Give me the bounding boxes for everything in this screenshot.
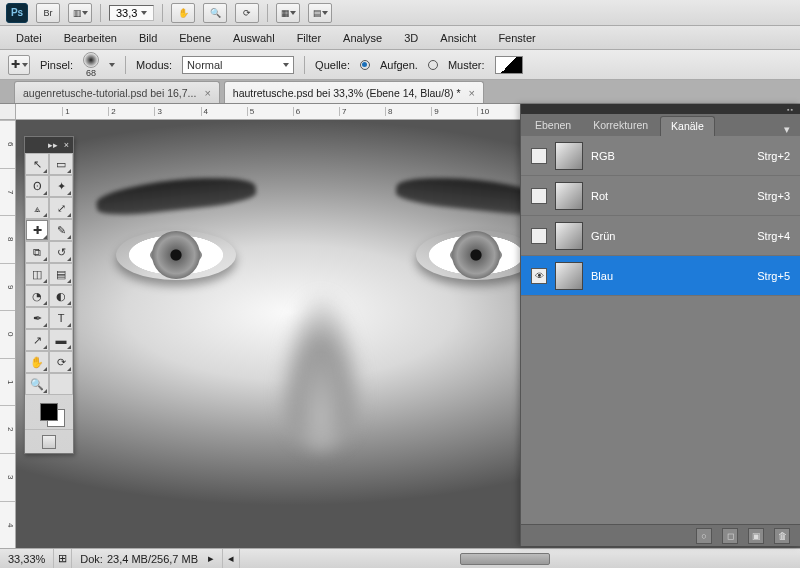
bridge-chip[interactable]: Br: [36, 3, 60, 23]
channel-shortcut: Strg+3: [757, 190, 790, 202]
tool-hand-tool[interactable]: ✋: [25, 351, 49, 373]
photoshop-logo[interactable]: Ps: [6, 3, 28, 23]
source-label: Quelle:: [315, 59, 350, 71]
vertical-ruler[interactable]: 6 7 8 9 0 1 2 3 4: [0, 120, 16, 548]
channels-panel[interactable]: ▪▪ Ebenen Korrekturen Kanäle ▾ RGBStrg+2…: [520, 104, 800, 546]
current-tool-icon[interactable]: ✚: [8, 55, 30, 75]
zoom-tool-shortcut[interactable]: 🔍: [203, 3, 227, 23]
tool-type[interactable]: T: [49, 307, 73, 329]
panel-drag-bar[interactable]: ▪▪: [521, 104, 800, 114]
submenu-indicator-icon: [67, 191, 71, 195]
brush-preview[interactable]: [83, 52, 99, 68]
tool-blur[interactable]: ◔: [25, 285, 49, 307]
save-selection-icon[interactable]: ◻: [722, 528, 738, 544]
status-widget[interactable]: ⊞: [54, 549, 72, 568]
close-icon[interactable]: ×: [468, 87, 474, 99]
channel-row-grün[interactable]: GrünStrg+4: [521, 216, 800, 256]
submenu-indicator-icon: [43, 323, 47, 327]
channel-row-rgb[interactable]: RGBStrg+2: [521, 136, 800, 176]
menu-datei[interactable]: Datei: [6, 29, 52, 47]
visibility-toggle[interactable]: [531, 148, 547, 164]
delete-channel-icon[interactable]: 🗑: [774, 528, 790, 544]
menu-fenster[interactable]: Fenster: [488, 29, 545, 47]
tool-stamp[interactable]: ⧉: [25, 241, 49, 263]
close-icon[interactable]: ×: [204, 87, 210, 99]
menu-ebene[interactable]: Ebene: [169, 29, 221, 47]
tool-options-bar: ✚ Pinsel: 68 Modus: Normal Quelle: Aufge…: [0, 50, 800, 80]
new-channel-icon[interactable]: ▣: [748, 528, 764, 544]
tool-eraser[interactable]: ◫: [25, 263, 49, 285]
visibility-toggle[interactable]: [531, 188, 547, 204]
collapse-icon[interactable]: ▸▸: [48, 140, 58, 150]
close-icon[interactable]: ×: [64, 140, 69, 150]
tool-history-brush[interactable]: ↺: [49, 241, 73, 263]
chevron-down-icon: [290, 11, 296, 15]
panel-menu-icon[interactable]: ▾: [780, 123, 794, 136]
document-tab[interactable]: augenretusche-tutorial.psd bei 16,7... ×: [14, 81, 220, 103]
channel-row-rot[interactable]: RotStrg+3: [521, 176, 800, 216]
blend-mode-value: Normal: [187, 59, 222, 71]
load-selection-icon[interactable]: ○: [696, 528, 712, 544]
tools-panel[interactable]: ▸▸ × ↖▭ʘ✦⟁⤢✚✎⧉↺◫▤◔◐✒T↗▬✋⟳🔍: [24, 136, 74, 454]
tools-panel-header[interactable]: ▸▸ ×: [25, 137, 73, 153]
tab-korrekturen[interactable]: Korrekturen: [583, 116, 658, 136]
menu-filter[interactable]: Filter: [287, 29, 331, 47]
chevron-down-icon[interactable]: [109, 63, 115, 67]
tool-dodge[interactable]: ◐: [49, 285, 73, 307]
rotate-view-shortcut[interactable]: ⟳: [235, 3, 259, 23]
tool-gradient[interactable]: ▤: [49, 263, 73, 285]
menu-bearbeiten[interactable]: Bearbeiten: [54, 29, 127, 47]
document-tab[interactable]: hautretusche.psd bei 33,3% (Ebene 14, Bl…: [224, 81, 484, 103]
status-bar: 33,33% ⊞ Dok: 23,4 MB/256,7 MB ▸ ◂: [0, 548, 800, 568]
tab-ebenen[interactable]: Ebenen: [525, 116, 581, 136]
menu-ansicht[interactable]: Ansicht: [430, 29, 486, 47]
tool-brush[interactable]: ✎: [49, 219, 73, 241]
horizontal-scrollbar-thumb[interactable]: [460, 553, 550, 565]
tool-zoom-tool[interactable]: 🔍: [25, 373, 49, 395]
tool-heal[interactable]: ✚: [25, 219, 49, 241]
pattern-picker[interactable]: [495, 56, 523, 74]
arrange-docs-chip[interactable]: ▦: [276, 3, 300, 23]
ruler-tick: 6: [293, 107, 339, 116]
tool-wand[interactable]: ✦: [49, 175, 73, 197]
status-docsize[interactable]: Dok: 23,4 MB/256,7 MB ▸: [72, 549, 223, 568]
divider: [267, 4, 268, 22]
pen-icon: ✒: [33, 312, 42, 325]
tool-crop[interactable]: ⟁: [25, 197, 49, 219]
menu-bild[interactable]: Bild: [129, 29, 167, 47]
source-sampled-radio[interactable]: [360, 60, 370, 70]
source-pattern-radio[interactable]: [428, 60, 438, 70]
zoom-level-field[interactable]: 33,3: [109, 5, 154, 21]
channel-row-blau[interactable]: 👁BlauStrg+5: [521, 256, 800, 296]
tab-kanaele[interactable]: Kanäle: [660, 116, 715, 136]
menu-analyse[interactable]: Analyse: [333, 29, 392, 47]
scroll-left-button[interactable]: ◂: [223, 549, 240, 568]
submenu-indicator-icon: [43, 279, 47, 283]
source-sampled-label: Aufgen.: [380, 59, 418, 71]
path-sel-icon: ↗: [33, 334, 42, 347]
tool-lasso[interactable]: ʘ: [25, 175, 49, 197]
tool-path-sel[interactable]: ↗: [25, 329, 49, 351]
menu-3d[interactable]: 3D: [394, 29, 428, 47]
mini-bridge-chip[interactable]: ▥: [68, 3, 92, 23]
hand-tool-shortcut[interactable]: ✋: [171, 3, 195, 23]
quick-mask-toggle[interactable]: [25, 429, 73, 453]
visibility-toggle[interactable]: 👁: [531, 268, 547, 284]
hand-icon: ✋: [178, 8, 189, 18]
tool-shape[interactable]: ▬: [49, 329, 73, 351]
foreground-swatch[interactable]: [40, 403, 58, 421]
menu-auswahl[interactable]: Auswahl: [223, 29, 285, 47]
ruler-origin[interactable]: [0, 104, 16, 120]
tool-marquee[interactable]: ▭: [49, 153, 73, 175]
blend-mode-dropdown[interactable]: Normal: [182, 56, 294, 74]
tool-rotate[interactable]: ⟳: [49, 351, 73, 373]
visibility-toggle[interactable]: [531, 228, 547, 244]
chevron-down-icon: [82, 11, 88, 15]
status-zoom[interactable]: 33,33%: [0, 549, 54, 568]
tool-move[interactable]: ↖: [25, 153, 49, 175]
tool-pen[interactable]: ✒: [25, 307, 49, 329]
tool-eyedropper[interactable]: ⤢: [49, 197, 73, 219]
chevron-down-icon: [322, 11, 328, 15]
screen-mode-chip[interactable]: ▤: [308, 3, 332, 23]
color-swatches[interactable]: [25, 395, 73, 429]
